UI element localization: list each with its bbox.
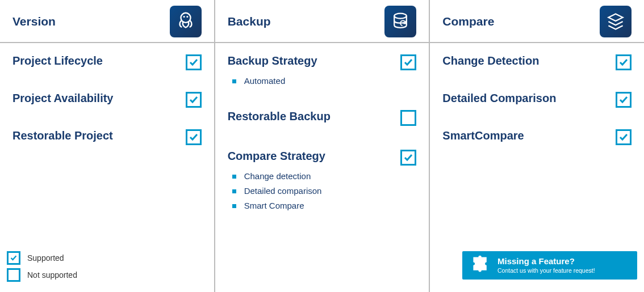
checkbox: [400, 54, 416, 70]
banner-sub: Contact us with your feature request!: [497, 266, 595, 274]
column-title: Compare: [442, 15, 494, 28]
legend-supported: Supported: [7, 251, 77, 265]
feature-matrix: Version Project Lifecycle: [0, 0, 644, 292]
feature-label: Detailed Comparison: [442, 91, 616, 105]
legend-notsupported: Not supported: [7, 268, 77, 282]
column-title: Backup: [228, 15, 271, 28]
feature-sub: Automated: [232, 74, 417, 88]
checkbox: [616, 129, 632, 145]
feature-sub: Change detection: [232, 169, 417, 184]
checkbox: [400, 150, 416, 166]
feature-label: Backup Strategy: [228, 53, 401, 68]
feature-row: Project Lifecycle: [12, 53, 202, 70]
svg-point-0: [181, 13, 190, 23]
feature-sub: Smart Compare: [232, 198, 417, 213]
octopus-icon: [170, 6, 202, 37]
svg-point-1: [183, 16, 185, 18]
feature-row: SmartCompare: [442, 128, 632, 145]
column-title: Version: [12, 15, 56, 28]
feature-row: Change Detection: [442, 53, 632, 70]
feature-sub: Detailed comparison: [232, 184, 417, 198]
item-list: Project Lifecycle Project Availability R…: [0, 43, 214, 145]
column-backup: Backup Backup Strategy: [214, 0, 429, 292]
item-list: Backup Strategy Automated Restorable Bac…: [215, 43, 429, 213]
feature-row: Restorable Project: [12, 128, 202, 145]
checkbox: [186, 54, 202, 70]
feature-row: Restorable Backup: [228, 109, 417, 128]
legend: Supported Not supported: [7, 251, 77, 285]
column-compare: Compare Change Detection: [429, 0, 644, 292]
item-list: Change Detection Detailed Comparison Sma…: [430, 43, 644, 145]
feature-subs: Automated: [232, 74, 417, 88]
checkbox: [616, 54, 632, 70]
banner-title: Missing a Feature?: [497, 256, 595, 266]
layers-icon: [600, 6, 632, 37]
feature-row: Detailed Comparison: [442, 91, 632, 108]
checkbox: [186, 92, 202, 108]
column-header: Compare: [430, 0, 644, 42]
feature-subs: Change detection Detailed comparison Sma…: [232, 169, 417, 213]
banner-text: Missing a Feature? Contact us with your …: [497, 256, 595, 274]
checkbox: [616, 92, 632, 108]
feature-label: SmartCompare: [442, 128, 616, 143]
columns: Version Project Lifecycle: [0, 0, 644, 292]
svg-point-2: [186, 16, 188, 18]
feature-label: Compare Strategy: [228, 149, 401, 163]
legend-label: Supported: [27, 253, 64, 263]
checkbox: [400, 110, 416, 128]
feature-row: Backup Strategy Automated: [228, 53, 417, 88]
feature-label: Restorable Backup: [228, 109, 401, 124]
legend-label: Not supported: [27, 270, 77, 280]
feature-row: Project Availability: [12, 91, 202, 108]
database-icon: [384, 6, 416, 37]
puzzle-icon: [470, 254, 497, 277]
feature-row: Compare Strategy Change detection Detail…: [228, 149, 417, 213]
feature-label: Restorable Project: [12, 128, 186, 143]
column-version: Version Project Lifecycle: [0, 0, 214, 292]
feature-label: Change Detection: [442, 53, 616, 68]
feature-label: Project Lifecycle: [12, 53, 186, 68]
column-header: Backup: [215, 0, 429, 42]
checkbox: [186, 129, 202, 145]
column-header: Version: [0, 0, 214, 42]
svg-point-3: [395, 14, 407, 19]
missing-feature-banner[interactable]: Missing a Feature? Contact us with your …: [462, 251, 637, 280]
feature-label: Project Availability: [12, 91, 186, 105]
